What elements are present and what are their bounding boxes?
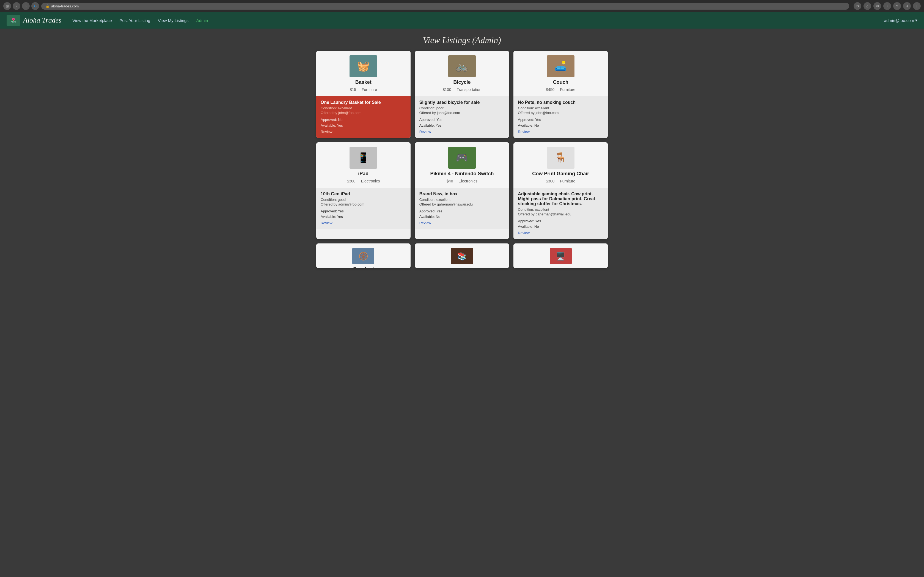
card-title-bicycle: Bicycle: [453, 79, 470, 85]
card-body-couch: No Pets, no smoking couch Condition: exc…: [514, 96, 608, 138]
card-meta-bicycle: $100 Transportation: [443, 87, 481, 92]
page-title: View Listings (Admin): [0, 35, 924, 45]
listing-condition-couch: Condition: excellent: [518, 106, 603, 110]
listing-status-couch: Approved: Yes Available: No: [518, 117, 603, 129]
listing-status-bicycle: Approved: Yes Available: Yes: [419, 117, 505, 129]
listing-condition-ipad: Condition: good: [321, 198, 406, 201]
price-couch: $450: [546, 87, 554, 92]
price-chair: $300: [546, 179, 554, 183]
listing-offered-basket: Offered by john@foo.com: [321, 111, 406, 115]
new-tab-button[interactable]: +: [883, 2, 891, 10]
card-title-onewheel: onewheel: [353, 266, 374, 268]
listing-offered-pikmin: Offered by gahernan@hawaii.edu: [419, 202, 505, 206]
review-link-basket[interactable]: Review: [321, 130, 333, 134]
browser-chrome: ⊞ ‹ › ↻ 🔒 aloha-trades.com ↻ ⌂ ⧉ + ? ⬇ ↑: [0, 0, 924, 12]
listings-grid: 🧺 Basket $15 Furniture One Laundry Baske…: [311, 51, 613, 279]
product-image-ipad: 📱: [349, 147, 377, 169]
listing-condition-basket: Condition: excellent: [321, 106, 406, 110]
listing-condition-pikmin: Condition: excellent: [419, 198, 505, 201]
product-image-onewheel: 🛞: [352, 248, 374, 264]
listing-card-ipad: 📱 iPad $300 Electronics 10th Gen iPad Co…: [316, 142, 410, 239]
url-text: aloha-trades.com: [51, 4, 79, 8]
listing-offered-couch: Offered by john@foo.com: [518, 111, 603, 115]
price-ipad: $300: [347, 179, 355, 183]
listing-title-bicycle: Slightly used bicycle for sale: [419, 100, 505, 105]
category-pikmin: Electronics: [459, 179, 477, 183]
category-bicycle: Transportation: [457, 87, 481, 92]
downloads-button[interactable]: ⬇: [903, 2, 911, 10]
brand-name: Aloha Trades: [23, 16, 61, 24]
listing-card-chair: 🪑 Cow Print Gaming Chair $300 Furniture …: [514, 142, 608, 239]
category-couch: Furniture: [560, 87, 575, 92]
product-image-calculus: 📚: [451, 248, 473, 264]
listing-title-couch: No Pets, no smoking couch: [518, 100, 603, 105]
nav-admin[interactable]: Admin: [196, 18, 208, 23]
browser-controls: ⊞ ‹ › ↻: [3, 2, 39, 10]
listing-title-chair: Adjustable gaming chair. Cow print. Migh…: [518, 192, 603, 206]
card-top-chair: 🪑 Cow Print Gaming Chair $300 Furniture: [514, 142, 608, 188]
review-link-couch[interactable]: Review: [518, 130, 530, 134]
price-bicycle: $100: [443, 87, 451, 92]
listing-card-couch: 🛋️ Couch $450 Furniture No Pets, no smok…: [514, 51, 608, 138]
page-title-wrap: View Listings (Admin): [0, 29, 924, 51]
listing-status-ipad: Approved: Yes Available: Yes: [321, 208, 406, 220]
brand-logo: 🌺 Aloha: [6, 15, 20, 26]
listing-offered-chair: Offered by gahernan@hawaii.edu: [518, 212, 603, 216]
product-image-pikmin: 🎮: [448, 147, 476, 169]
card-top-onewheel: 🛞 onewheel: [316, 243, 410, 268]
card-top-raspberry: 🖥️: [514, 243, 608, 268]
back-button[interactable]: ‹: [13, 2, 20, 10]
reload-button[interactable]: ↻: [31, 2, 39, 10]
review-link-pikmin[interactable]: Review: [419, 221, 431, 225]
product-image-chair: 🪑: [547, 147, 575, 169]
card-meta-chair: $300 Furniture: [546, 179, 575, 183]
help-button[interactable]: ?: [893, 2, 901, 10]
product-image-basket: 🧺: [349, 55, 377, 77]
nav-links: View the Marketplace Post Your Listing V…: [72, 18, 208, 23]
card-title-chair: Cow Print Gaming Chair: [532, 171, 589, 177]
sidebar-toggle-button[interactable]: ⊞: [3, 2, 11, 10]
listing-card-onewheel: 🛞 onewheel: [316, 243, 410, 268]
tabs-button[interactable]: ⧉: [873, 2, 881, 10]
review-link-bicycle[interactable]: Review: [419, 130, 431, 134]
listing-card-bicycle: 🚲 Bicycle $100 Transportation Slightly u…: [415, 51, 509, 138]
card-body-basket: One Laundry Basket for Sale Condition: e…: [316, 96, 410, 138]
address-bar[interactable]: 🔒 aloha-trades.com: [41, 3, 849, 10]
listing-title-pikmin: Brand New, in box: [419, 192, 505, 197]
listing-status-basket: Approved: No Available: Yes: [321, 117, 406, 129]
product-image-bicycle: 🚲: [448, 55, 476, 77]
home-button[interactable]: ⌂: [864, 2, 871, 10]
price-pikmin: $40: [447, 179, 453, 183]
listing-title-basket: One Laundry Basket for Sale: [321, 100, 406, 105]
forward-button[interactable]: ›: [22, 2, 30, 10]
card-body-chair: Adjustable gaming chair. Cow print. Migh…: [514, 188, 608, 239]
dropdown-arrow-icon: ▾: [915, 18, 918, 23]
listing-card-calculus: 📚: [415, 243, 509, 268]
nav-user-menu[interactable]: admin@foo.com ▾: [884, 18, 918, 23]
user-email: admin@foo.com: [884, 18, 914, 23]
card-meta-couch: $450 Furniture: [546, 87, 575, 92]
nav-view-my-listings[interactable]: View My Listings: [158, 18, 188, 23]
listing-status-chair: Approved: Yes Available: No: [518, 218, 603, 230]
card-top-calculus: 📚: [415, 243, 509, 268]
category-basket: Furniture: [362, 87, 377, 92]
brand[interactable]: 🌺 Aloha Aloha Trades: [6, 15, 61, 26]
card-body-ipad: 10th Gen iPad Condition: good Offered by…: [316, 188, 410, 229]
category-chair: Furniture: [560, 179, 575, 183]
review-link-chair[interactable]: Review: [518, 231, 530, 235]
listing-card-pikmin: 🎮 Pikmin 4 - Nintendo Switch $40 Electro…: [415, 142, 509, 239]
listing-offered-ipad: Offered by admin@foo.com: [321, 202, 406, 206]
review-link-ipad[interactable]: Review: [321, 221, 333, 225]
card-meta-pikmin: $40 Electronics: [447, 179, 477, 183]
listing-offered-bicycle: Offered by john@foo.com: [419, 111, 505, 115]
lock-icon: 🔒: [46, 5, 50, 8]
card-title-basket: Basket: [355, 79, 372, 85]
nav-post-listing[interactable]: Post Your Listing: [120, 18, 150, 23]
listing-condition-bicycle: Condition: poor: [419, 106, 505, 110]
category-ipad: Electronics: [361, 179, 380, 183]
share-button[interactable]: ↑: [913, 2, 921, 10]
card-top-couch: 🛋️ Couch $450 Furniture: [514, 51, 608, 96]
nav-view-marketplace[interactable]: View the Marketplace: [72, 18, 111, 23]
card-top-basket: 🧺 Basket $15 Furniture: [316, 51, 410, 96]
refresh-button[interactable]: ↻: [854, 2, 861, 10]
